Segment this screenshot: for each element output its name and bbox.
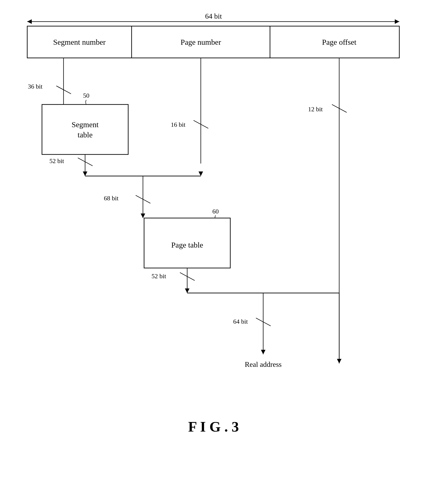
bit-52-first-label: 52 bit: [49, 158, 64, 165]
bit-52-second-label: 52 bit: [152, 273, 166, 280]
figure-label: F I G . 3: [188, 419, 239, 435]
segment-table-label-line1: Segment: [72, 120, 99, 129]
svg-rect-10: [42, 104, 128, 154]
segment-number-label: Segment number: [53, 38, 106, 46]
bit-12-label: 12 bit: [308, 106, 323, 113]
page-offset-label: Page offset: [322, 38, 356, 46]
svg-marker-20: [198, 172, 203, 176]
real-address-label: Real address: [245, 360, 282, 368]
segment-table-label-line2: table: [78, 131, 92, 139]
diagram-container: 64 bit Segment number Page number Page o…: [0, 0, 427, 504]
bit-64-top-label: 64 bit: [205, 12, 222, 20]
page-table-number: 60: [212, 208, 219, 215]
bit-16-label: 16 bit: [171, 121, 186, 128]
svg-marker-24: [141, 213, 145, 218]
bit-64-bottom-label: 64 bit: [233, 318, 248, 325]
segment-table-number: 50: [83, 92, 89, 99]
bit-36-label: 36 bit: [28, 83, 43, 90]
svg-marker-36: [261, 350, 266, 354]
svg-marker-18: [83, 172, 87, 176]
page-table-label: Page table: [171, 241, 203, 249]
svg-marker-2: [395, 19, 399, 24]
bit-68-label: 68 bit: [104, 195, 119, 202]
svg-marker-1: [27, 19, 32, 24]
svg-marker-29: [185, 288, 190, 293]
svg-marker-32: [337, 359, 342, 363]
page-number-label: Page number: [181, 38, 221, 46]
